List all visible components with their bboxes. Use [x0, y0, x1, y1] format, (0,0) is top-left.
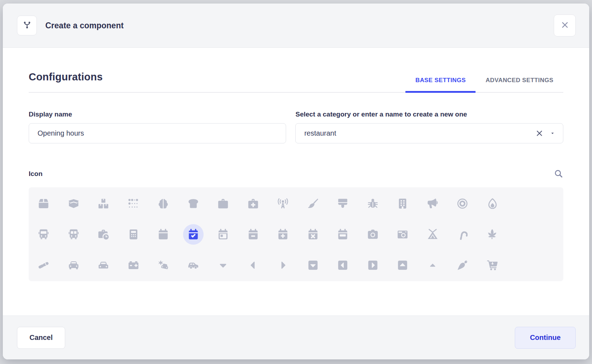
calendar-week-icon	[337, 228, 349, 240]
briefcase-icon	[217, 198, 229, 210]
search-icon[interactable]	[554, 169, 563, 178]
caret-square-up-icon	[397, 259, 409, 271]
icon-cell-bullseye[interactable]	[452, 193, 473, 214]
form-row: Display name Select a category or enter …	[29, 110, 563, 143]
icon-cell-car-crash[interactable]	[153, 255, 173, 275]
modal-header: Create a component	[3, 4, 589, 48]
icon-cell-caret-up[interactable]	[422, 255, 443, 275]
icon-cell-caret-square-right[interactable]	[363, 255, 383, 275]
icon-cell-box[interactable]	[33, 193, 54, 214]
bus-icon	[38, 228, 50, 240]
close-icon	[560, 21, 569, 31]
display-name-input[interactable]	[29, 123, 286, 143]
camera-icon	[367, 228, 379, 240]
broom-icon	[307, 198, 319, 210]
caret-square-left-icon	[337, 259, 349, 271]
icon-cell-calculator[interactable]	[123, 224, 144, 245]
icon-cell-car[interactable]	[63, 255, 84, 275]
tab-advanced-settings[interactable]: ADVANCED SETTINGS	[476, 77, 563, 93]
burn-icon	[486, 198, 499, 210]
icon-cell-car-alt[interactable]	[93, 255, 114, 275]
icon-cell-brush[interactable]	[332, 193, 353, 214]
brush-icon	[337, 198, 349, 210]
caret-square-down-icon	[307, 259, 319, 271]
icon-cell-box-open[interactable]	[63, 193, 84, 214]
icon-cell-bullhorn[interactable]	[422, 193, 443, 214]
icon-cell-bus[interactable]	[33, 224, 54, 245]
icon-cell-caret-down[interactable]	[213, 255, 233, 275]
modal-body: Configurations BASE SETTINGS ADVANCED SE…	[3, 48, 589, 315]
continue-button[interactable]: Continue	[515, 327, 576, 349]
tab-base-settings[interactable]: BASE SETTINGS	[405, 77, 476, 93]
clear-icon[interactable]	[535, 129, 544, 138]
calendar-icon	[157, 228, 169, 240]
icon-cell-building[interactable]	[392, 193, 413, 214]
bus-alt-icon	[68, 228, 80, 240]
icon-cell-brain[interactable]	[153, 193, 173, 214]
icon-cell-calendar-minus[interactable]	[243, 224, 263, 245]
braille-icon	[127, 198, 140, 210]
calendar-check-icon	[187, 228, 199, 240]
caret-down-icon	[217, 259, 229, 271]
candy-cane-icon	[456, 228, 468, 240]
create-component-modal: Create a component Configurations BASE S…	[3, 4, 589, 359]
icon-cell-camera[interactable]	[363, 224, 383, 245]
icon-cell-calendar-week[interactable]	[332, 224, 353, 245]
display-name-field: Display name	[29, 110, 286, 143]
icon-cell-caret-square-up[interactable]	[392, 255, 413, 275]
carrot-icon	[456, 259, 468, 271]
cancel-button[interactable]: Cancel	[17, 327, 65, 349]
icon-cell-cannabis[interactable]	[482, 224, 503, 245]
icon-cell-calendar-plus[interactable]	[273, 224, 293, 245]
icon-cell-boxes[interactable]	[93, 193, 114, 214]
icon-cell-campground[interactable]	[422, 224, 443, 245]
icon-cell-broadcast-tower[interactable]	[273, 193, 293, 214]
icon-cell-burn[interactable]	[482, 193, 503, 214]
icon-cell-business-time[interactable]	[93, 224, 114, 245]
icon-cell-car-side[interactable]	[183, 255, 204, 275]
icon-cell-caret-square-down[interactable]	[303, 255, 323, 275]
close-button[interactable]	[554, 15, 576, 36]
icon-cell-calendar-times[interactable]	[303, 224, 323, 245]
icon-cell-caret-right[interactable]	[273, 255, 293, 275]
icon-cell-briefcase-medical[interactable]	[243, 193, 263, 214]
calendar-times-icon	[307, 228, 319, 240]
icon-cell-calendar[interactable]	[153, 224, 173, 245]
cannabis-icon	[486, 228, 499, 240]
category-field: Select a category or enter a name to cre…	[295, 110, 563, 143]
caret-right-icon	[277, 259, 289, 271]
car-side-icon	[187, 259, 199, 271]
icon-cell-capsules[interactable]	[33, 255, 54, 275]
cart-arrow-down-icon	[486, 259, 499, 271]
icon-cell-bus-alt[interactable]	[63, 224, 84, 245]
icon-cell-camera-retro[interactable]	[392, 224, 413, 245]
icon-cell-calendar-day[interactable]	[213, 224, 233, 245]
category-combobox[interactable]: restaurant	[295, 123, 563, 143]
icon-cell-car-battery[interactable]	[123, 255, 144, 275]
icon-cell-broom[interactable]	[303, 193, 323, 214]
calculator-icon	[127, 228, 140, 240]
icon-cell-bug[interactable]	[363, 193, 383, 214]
icon-cell-braille[interactable]	[123, 193, 144, 214]
capsules-icon	[38, 259, 50, 271]
car-alt-icon	[97, 259, 109, 271]
box-icon	[38, 198, 50, 210]
icon-cell-briefcase[interactable]	[213, 193, 233, 214]
icon-picker-header: Icon	[29, 169, 563, 178]
icon-cell-caret-left[interactable]	[243, 255, 263, 275]
caret-down-icon[interactable]	[550, 131, 555, 136]
settings-tabs: BASE SETTINGS ADVANCED SETTINGS	[405, 77, 563, 92]
icon-cell-candy-cane[interactable]	[452, 224, 473, 245]
modal-footer: Cancel Continue	[3, 315, 589, 359]
brain-icon	[157, 198, 169, 210]
camera-retro-icon	[397, 228, 409, 240]
caret-square-right-icon	[367, 259, 379, 271]
section-heading: Configurations	[29, 71, 103, 92]
car-icon	[68, 259, 80, 271]
icon-cell-caret-square-left[interactable]	[332, 255, 353, 275]
icon-cell-calendar-check[interactable]	[183, 224, 204, 245]
box-open-icon	[68, 198, 80, 210]
icon-cell-carrot[interactable]	[452, 255, 473, 275]
icon-cell-bread-slice[interactable]	[183, 193, 204, 214]
icon-cell-cart-arrow-down[interactable]	[482, 255, 503, 275]
